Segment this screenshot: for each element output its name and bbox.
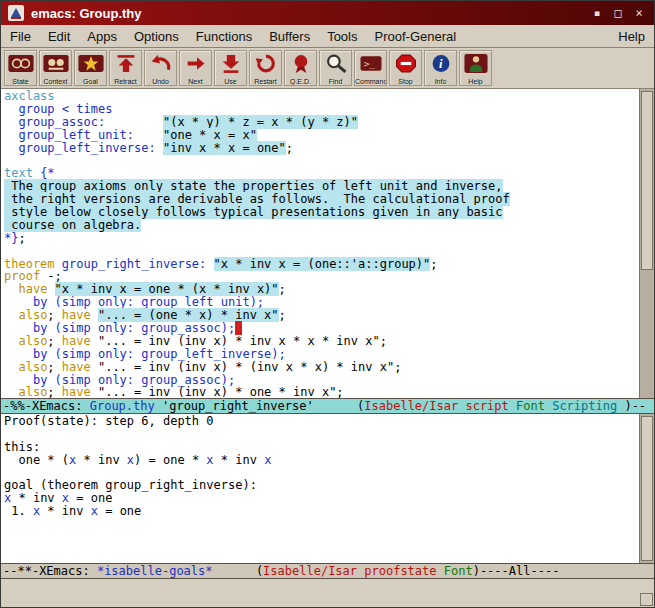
text-segment	[4, 308, 18, 322]
text-segment	[4, 141, 18, 155]
editor-scrollbar[interactable]	[639, 89, 654, 398]
goals-buffer[interactable]: Proof(state): step 6, depth 0this: one *…	[1, 414, 639, 563]
text-segment: axclass	[4, 89, 55, 103]
xemacs-window: emacs: Group.thy ▪□× FileEditAppsOptions…	[0, 0, 655, 608]
text-segment: "one * x = x"	[163, 128, 257, 142]
modeline-goals[interactable]: --**-XEmacs: *isabelle-goals* (Isabelle/…	[1, 563, 654, 579]
text-segment	[91, 334, 98, 348]
text-segment: ;	[47, 334, 61, 348]
text-segment: proof	[4, 269, 40, 283]
text-segment	[4, 347, 33, 361]
restart-button[interactable]: Restart	[249, 50, 282, 86]
text-segment: The group axioms only state the properti…	[4, 179, 503, 193]
tool-caption: Help	[460, 78, 491, 85]
menu-help[interactable]: Help	[618, 29, 645, 44]
menu-file[interactable]: File	[10, 29, 31, 44]
stop-button[interactable]: Stop	[389, 50, 422, 86]
text-segment	[47, 282, 54, 296]
info-icon: i	[425, 51, 456, 75]
context-button[interactable]: Context	[39, 50, 72, 86]
menu-buffers[interactable]: Buffers	[269, 29, 310, 44]
text-segment: x	[264, 453, 271, 467]
text-segment: ;	[430, 257, 437, 271]
goals-line[interactable]	[4, 428, 639, 441]
retract-button[interactable]: Retract	[109, 50, 142, 86]
text-segment: also	[18, 385, 47, 398]
modeline-script[interactable]: -%%-XEmacs: Group.thy 'group_right_inver…	[1, 398, 654, 414]
text-segment: theorem	[4, 257, 55, 271]
goals-pane: Proof(state): step 6, depth 0this: one *…	[1, 414, 654, 563]
text-segment	[156, 141, 163, 155]
text-segment: group_left_unit:	[18, 128, 134, 142]
command-button[interactable]: >_Command	[354, 50, 387, 86]
menu-tools[interactable]: Tools	[327, 29, 357, 44]
menu-proof-general[interactable]: Proof-General	[375, 29, 457, 44]
menu-options[interactable]: Options	[134, 29, 179, 44]
text-segment: by (simp only: group_assoc);	[33, 321, 235, 335]
editor-line[interactable]: group_left_inverse: "inv x * x = one";	[4, 142, 639, 155]
use-icon	[215, 51, 246, 75]
text-segment: by (simp only: group_left_inverse);	[33, 347, 286, 361]
text-segment: style below closely follows typical pres…	[4, 205, 503, 219]
editor-line[interactable]	[4, 154, 639, 167]
editor-scrollbar-thumb[interactable]	[641, 91, 653, 270]
menu-functions[interactable]: Functions	[196, 29, 252, 44]
goals-scrollbar[interactable]	[639, 414, 654, 563]
undo-button[interactable]: Undo	[144, 50, 177, 86]
svg-text:>_: >_	[363, 57, 375, 68]
use-button[interactable]: Use	[214, 50, 247, 86]
text-segment: ;	[279, 308, 286, 322]
next-button[interactable]: Next	[179, 50, 212, 86]
state-icon	[5, 51, 36, 75]
text-segment: goal (theorem group_right_inverse):	[4, 478, 257, 492]
text-segment: group_left_inverse:	[18, 141, 155, 155]
qed-button[interactable]: Q.E.D.	[284, 50, 317, 86]
text-segment	[4, 102, 18, 116]
minibuffer[interactable]	[1, 579, 654, 607]
goals-scrollbar-thumb[interactable]	[641, 416, 653, 561]
menu-apps[interactable]: Apps	[87, 29, 117, 44]
editor-line[interactable]: *};	[4, 232, 639, 245]
text-segment: group < times	[18, 102, 112, 116]
script-pane: axclass group < times group_assoc: "(x *…	[1, 89, 654, 398]
text-segment: "... = (one * x) * inv x"	[98, 308, 279, 322]
editor-line[interactable]: course on algebra.	[4, 219, 639, 232]
qed-icon	[285, 51, 316, 75]
goals-line[interactable]: 1. x * inv x = one	[4, 505, 639, 518]
goals-text: Proof(state): step 6, depth 0this: one *…	[4, 415, 639, 518]
menu-edit[interactable]: Edit	[48, 29, 70, 44]
text-segment: * inv	[40, 504, 91, 518]
text-segment	[213, 564, 256, 578]
text-segment: group_assoc:	[18, 115, 105, 129]
text-segment: course on algebra.	[4, 218, 141, 232]
editor-line[interactable]: theorem group_right_inverse: "x * inv x …	[4, 258, 639, 271]
text-segment	[4, 115, 18, 129]
menubar: FileEditAppsOptionsFunctionsBuffersTools…	[1, 25, 654, 48]
editor-line[interactable]: style below closely follows typical pres…	[4, 206, 639, 219]
close-button[interactable]: ×	[631, 5, 647, 21]
text-segment: = one	[69, 491, 112, 505]
minimize-button[interactable]: ▪	[589, 5, 605, 21]
goals-line[interactable]: one * (x * inv x) = one * x * inv x	[4, 454, 639, 467]
info-button[interactable]: iInfo	[424, 50, 457, 86]
goals-line[interactable]: Proof(state): step 6, depth 0	[4, 415, 639, 428]
text-segment: "... = inv (inv x) * (inv x * x) * inv x…	[98, 360, 401, 374]
text-segment	[134, 128, 163, 142]
text-segment: the right versions are derivable as foll…	[4, 192, 510, 206]
titlebar[interactable]: emacs: Group.thy ▪□×	[1, 1, 654, 25]
find-button[interactable]: Find	[319, 50, 352, 86]
maximize-button[interactable]: □	[610, 5, 626, 21]
tool-caption: Undo	[145, 78, 176, 85]
goal-button[interactable]: Goal	[74, 50, 107, 86]
text-segment: * inv	[76, 453, 127, 467]
text-segment: ;	[279, 282, 286, 296]
editor-buffer[interactable]: axclass group < times group_assoc: "(x *…	[1, 89, 639, 398]
resize-grip[interactable]	[640, 593, 653, 606]
text-segment: Isabelle/Isar proofstate	[263, 564, 436, 578]
state-button[interactable]: State	[4, 50, 37, 86]
editor-line[interactable]: also; have "... = inv (inv x) * one * in…	[4, 386, 639, 398]
help-button[interactable]: Help	[459, 50, 492, 86]
text-segment: {*	[40, 166, 54, 180]
text-segment	[4, 321, 33, 335]
tool-caption: Use	[215, 78, 246, 85]
